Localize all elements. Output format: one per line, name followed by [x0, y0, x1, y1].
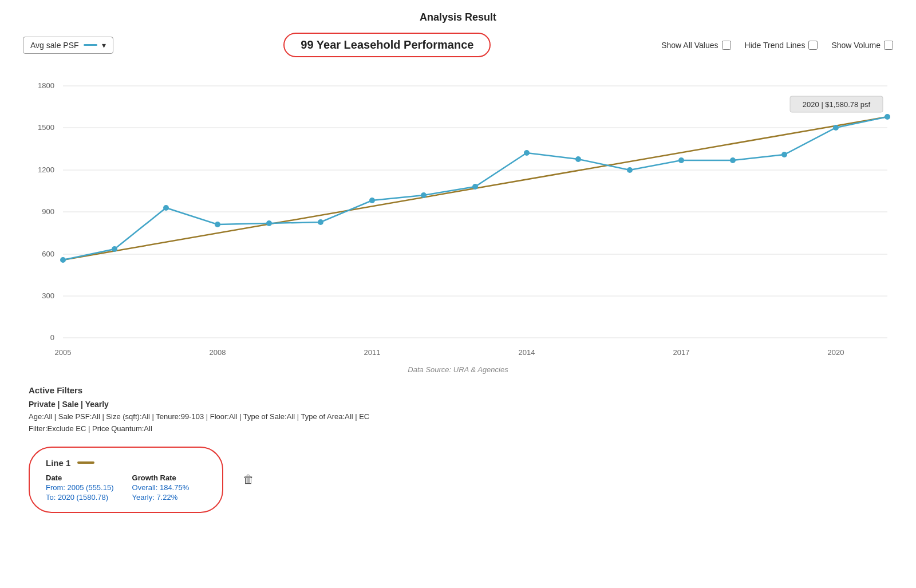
filter-details-2: Filter:Exclude EC | Price Quantum:All: [29, 423, 887, 435]
data-dot-2020: [833, 125, 839, 131]
svg-text:1500: 1500: [38, 123, 54, 132]
data-dot-2021: [885, 114, 890, 120]
svg-text:1200: 1200: [38, 165, 54, 174]
right-controls: Show All Values Hide Trend Lines Show Vo…: [661, 41, 893, 50]
toolbar-center: 99 Year Leasehold Performance: [113, 33, 662, 57]
growth-label: Growth Rate: [132, 473, 189, 482]
data-dot-2009: [266, 220, 272, 226]
show-volume-label[interactable]: Show Volume: [831, 41, 893, 50]
delete-line-button[interactable]: 🗑: [238, 468, 259, 491]
line-info-card: Line 1 Date From: 2005 (555.15) To: 2020…: [29, 447, 223, 513]
svg-text:300: 300: [42, 291, 54, 300]
svg-text:2014: 2014: [519, 348, 535, 357]
svg-text:2008: 2008: [210, 348, 226, 357]
data-dot-2008: [215, 222, 220, 227]
svg-text:900: 900: [42, 207, 54, 216]
data-dot-2007: [163, 205, 169, 211]
chart-area: .grid-line { stroke: #e0e0e0; stroke-wid…: [23, 63, 893, 374]
data-dot-2013: [472, 184, 478, 190]
svg-text:600: 600: [42, 250, 54, 258]
date-to: To: 2020 (1580.78): [46, 493, 114, 502]
chart-source: Data Source: URA & Agencies: [23, 365, 893, 374]
chart-title: 99 Year Leasehold Performance: [283, 33, 491, 57]
chevron-down-icon: ▾: [102, 41, 106, 50]
chart-tooltip: 2020 | $1,580.78 psf: [803, 100, 871, 109]
data-dot-2016: [627, 167, 633, 173]
data-dot-2010: [318, 219, 323, 225]
growth-overall: Overall: 184.75%: [132, 483, 189, 492]
data-dot-2019: [781, 152, 787, 157]
hide-trend-lines-label[interactable]: Hide Trend Lines: [745, 41, 818, 50]
svg-text:2005: 2005: [55, 348, 72, 357]
data-dot-2014: [524, 150, 530, 156]
show-volume-checkbox[interactable]: [884, 41, 893, 50]
data-dot-2006: [112, 246, 117, 252]
data-dot-2015: [575, 156, 581, 162]
toolbar: Avg sale PSF ▾ 99 Year Leasehold Perform…: [23, 33, 893, 57]
hide-trend-lines-checkbox[interactable]: [808, 41, 818, 50]
date-stat-group: Date From: 2005 (555.15) To: 2020 (1580.…: [46, 473, 114, 502]
dropdown-label: Avg sale PSF: [30, 41, 79, 50]
line-info-card-wrapper: Line 1 Date From: 2005 (555.15) To: 2020…: [29, 447, 887, 513]
metric-dropdown[interactable]: Avg sale PSF ▾: [23, 37, 113, 54]
line-indicator: [84, 44, 97, 46]
filter-line: Private | Sale | Yearly: [29, 400, 887, 409]
svg-text:2020: 2020: [828, 348, 844, 357]
data-dot-2017: [678, 157, 684, 163]
chart-svg: .grid-line { stroke: #e0e0e0; stroke-wid…: [23, 63, 893, 361]
show-all-values-checkbox[interactable]: [722, 41, 731, 50]
page-title: Analysis Result: [23, 11, 893, 23]
page-container: Analysis Result Avg sale PSF ▾ 99 Year L…: [0, 0, 916, 524]
growth-stat-group: Growth Rate Overall: 184.75% Yearly: 7.2…: [132, 473, 189, 502]
svg-text:1800: 1800: [38, 81, 54, 90]
left-controls: Avg sale PSF ▾: [23, 37, 113, 54]
date-label: Date: [46, 473, 114, 482]
active-filters-title: Active Filters: [29, 385, 887, 395]
date-from: From: 2005 (555.15): [46, 483, 114, 492]
growth-yearly: Yearly: 7.22%: [132, 493, 189, 502]
filter-details-1: Age:All | Sale PSF:All | Size (sqft):All…: [29, 411, 887, 423]
data-dot-2005: [60, 257, 66, 263]
line-stats: Date From: 2005 (555.15) To: 2020 (1580.…: [46, 473, 206, 502]
data-dot-2012: [421, 192, 427, 198]
svg-text:2017: 2017: [673, 348, 690, 357]
data-dot-2011: [369, 198, 375, 203]
line-color-bar: [77, 461, 94, 464]
line-info-header: Line 1: [46, 458, 206, 468]
svg-text:0: 0: [50, 333, 54, 342]
bottom-section: Active Filters Private | Sale | Yearly A…: [23, 385, 893, 513]
svg-text:2011: 2011: [364, 348, 381, 357]
data-dot-2018: [730, 157, 736, 163]
line-label: Line 1: [46, 458, 70, 468]
show-all-values-label[interactable]: Show All Values: [661, 41, 731, 50]
